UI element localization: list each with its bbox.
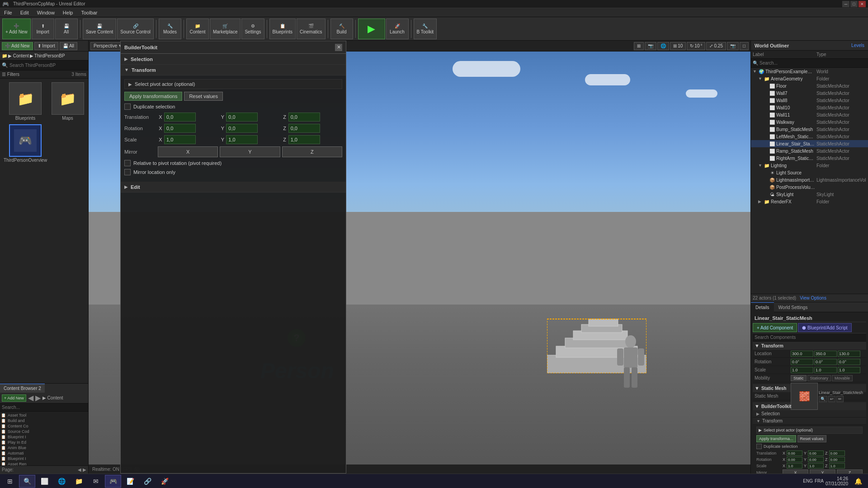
static-mesh-browse-btn[interactable]: 🔍 — [819, 396, 827, 402]
outliner-item-arena[interactable]: ▼ 📁 ArenaGeometry Folder — [751, 75, 868, 82]
details-transform-header[interactable]: ▼ Transform — [753, 418, 866, 425]
outliner-item-lighting[interactable]: ▼ 📁 Lighting Folder — [751, 162, 868, 169]
outliner-item-ramp[interactable]: ⬜ Ramp_StaticMesh StaticMeshActor — [751, 147, 868, 155]
menu-window[interactable]: Window — [35, 10, 57, 15]
location-y-input[interactable] — [814, 351, 837, 357]
save-all-button[interactable]: 💾 All — [55, 19, 78, 39]
outliner-item-linear-stair[interactable]: ⬜ Linear_Stair_StaticMesh StaticMeshActo… — [751, 140, 868, 147]
notification-btn[interactable]: 🔔 — [850, 475, 866, 488]
build-button[interactable]: 🔨 Build — [330, 19, 353, 39]
scale-details-z-input[interactable] — [838, 367, 860, 373]
tab-details[interactable]: Details — [751, 302, 774, 312]
outliner-item-lightmass[interactable]: 📦 LightmassImportanceVolume LightmassImp… — [751, 176, 868, 183]
blueprints-button[interactable]: 📋 Blueprints — [269, 19, 296, 39]
minimize-button[interactable]: ─ — [842, 1, 849, 7]
details-apply-button[interactable]: Apply transforma... — [756, 435, 796, 442]
rotation-details-z-input[interactable] — [838, 359, 860, 365]
details-duplicate-checkbox[interactable] — [756, 444, 762, 449]
details-mirror-z-btn[interactable]: Z — [837, 469, 863, 474]
details-pivot-header[interactable]: ▶ Select pivot actor (optional) — [756, 427, 863, 434]
menu-edit[interactable]: Edit — [19, 10, 31, 15]
add-new-content-button[interactable]: ➕ Add New — [2, 42, 33, 50]
tab-content-browser[interactable]: Content Browser 2 — [0, 384, 45, 393]
maximize-viewport-btn[interactable]: □ — [740, 42, 749, 50]
levels-link[interactable]: Levels — [851, 43, 864, 48]
outliner-item-wall11[interactable]: ⬜ Wall11 StaticMeshActor — [751, 111, 868, 118]
add-new-bottom-button[interactable]: + Add New — [2, 394, 26, 402]
pivot-actor-header[interactable]: ▶ Select pivot actor (optional) — [124, 79, 342, 89]
toolkit-close-button[interactable]: ✕ — [335, 44, 342, 51]
mobility-stationary-button[interactable]: Stationary — [807, 375, 831, 381]
add-component-button[interactable]: + Add Component — [753, 323, 797, 332]
details-trans-z-input[interactable] — [829, 450, 845, 456]
mobility-static-button[interactable]: Static — [791, 375, 807, 381]
vp-ctrl-3[interactable]: 🌐 — [657, 42, 669, 50]
outliner-search-input[interactable] — [760, 61, 866, 66]
taskbar-ue4-btn[interactable]: 🎮 — [105, 475, 121, 488]
details-selection-header[interactable]: ▶ Selection — [753, 410, 866, 418]
details-scale-z-input[interactable] — [829, 463, 845, 469]
outliner-item-wall7[interactable]: ⬜ Wall7 StaticMeshActor — [751, 89, 868, 97]
translation-z-input[interactable] — [288, 113, 320, 122]
content-button[interactable]: 📁 Content — [186, 19, 209, 39]
outliner-item-floor[interactable]: ⬜ Floor StaticMeshActor — [751, 82, 868, 89]
add-new-button[interactable]: ➕ + Add New — [2, 19, 31, 39]
taskbar-taskview-button[interactable]: ⬜ — [36, 475, 52, 488]
relative-pivot-checkbox[interactable] — [124, 160, 131, 166]
taskbar-file-btn[interactable]: 📁 — [71, 475, 87, 488]
rotation-details-y-input[interactable] — [814, 359, 837, 365]
vp-ctrl-2[interactable]: 📷 — [645, 42, 656, 50]
component-search-input[interactable] — [755, 335, 864, 340]
apply-transformations-button[interactable]: Apply transformations — [124, 92, 182, 101]
mirror-y-button[interactable]: Y — [220, 146, 280, 157]
outliner-item-skylight[interactable]: 🌤 SkyLight SkyLight — [751, 191, 868, 198]
taskbar-edge-button[interactable]: 🌐 — [53, 475, 70, 488]
outliner-item-lightsource[interactable]: ☀ Light Source — [751, 169, 868, 176]
menu-help[interactable]: Help — [61, 10, 75, 15]
transform-section-header[interactable]: ▼ Transform — [121, 65, 346, 75]
blueprints-folder-item[interactable]: 📁 Blueprints — [4, 82, 47, 121]
forward-icon[interactable]: ▶ — [35, 394, 41, 402]
scale-x-input[interactable] — [164, 135, 196, 144]
details-reset-button[interactable]: Reset values — [797, 435, 826, 442]
outliner-item-walkway[interactable]: ⬜ Walkway StaticMeshActor — [751, 118, 868, 126]
close-button[interactable]: ✕ — [859, 1, 866, 7]
bottom-search-input[interactable] — [2, 405, 86, 410]
mirror-x-button[interactable]: X — [158, 146, 218, 157]
rotation-z-input[interactable] — [288, 124, 320, 133]
outliner-item-world[interactable]: ▼ 🌍 ThirdPersonExampleMap (Editor) World — [751, 68, 868, 75]
launch-button[interactable]: 🚀 Launch — [386, 19, 409, 39]
scale-snap-btn[interactable]: ⤢ 0.25 — [706, 42, 726, 50]
maps-folder-item[interactable]: 📁 Maps — [51, 82, 85, 121]
taskbar-rider-btn[interactable]: 🚀 — [156, 475, 173, 488]
scale-z-input[interactable] — [288, 135, 320, 144]
outliner-item-wall8[interactable]: ⬜ Wall8 StaticMeshActor — [751, 97, 868, 104]
menu-file[interactable]: File — [2, 10, 14, 15]
details-scale-y-input[interactable] — [808, 463, 824, 469]
taskbar-vscode-btn[interactable]: 📝 — [122, 475, 138, 488]
btoolkit-button[interactable]: 🔧 B Toolkit — [414, 19, 437, 39]
mirror-location-checkbox[interactable] — [124, 169, 131, 175]
translate-snap-btn[interactable]: ⊞ 10 — [670, 42, 686, 50]
cinematics-button[interactable]: 🎬 Cinematics — [297, 19, 325, 39]
settings-button[interactable]: ⚙ Settings — [241, 19, 264, 39]
rotation-y-input[interactable] — [226, 124, 258, 133]
scale-details-y-input[interactable] — [814, 367, 837, 373]
view-options-link[interactable]: View Options — [800, 296, 826, 300]
outliner-item-leftmesh[interactable]: ⬜ LeftMesh_StaticMesh StaticMeshActor — [751, 133, 868, 140]
static-mesh-use-btn[interactable]: ↩ — [828, 396, 835, 402]
play-button[interactable]: ▶ — [358, 19, 385, 39]
location-z-input[interactable] — [838, 351, 860, 357]
duplicate-checkbox[interactable] — [124, 103, 131, 110]
details-rot-z-input[interactable] — [829, 457, 845, 462]
tab-world-settings[interactable]: World Settings — [774, 302, 812, 312]
taskbar-start-button[interactable]: ⊞ — [2, 475, 18, 488]
outliner-item-bump[interactable]: ⬜ Bump_StaticMesh StaticMeshActor — [751, 126, 868, 133]
camera-speed-btn[interactable]: 📷 — [727, 42, 739, 50]
modes-button[interactable]: 🔧 Modes — [159, 19, 181, 39]
details-scale-x-input[interactable] — [787, 463, 802, 469]
rotation-details-x-input[interactable] — [791, 359, 813, 365]
scale-y-input[interactable] — [226, 135, 258, 144]
details-rot-x-input[interactable] — [787, 457, 802, 462]
outliner-item-rightarm[interactable]: ⬜ RightArm_StaticMesh StaticMeshActor — [751, 155, 868, 162]
